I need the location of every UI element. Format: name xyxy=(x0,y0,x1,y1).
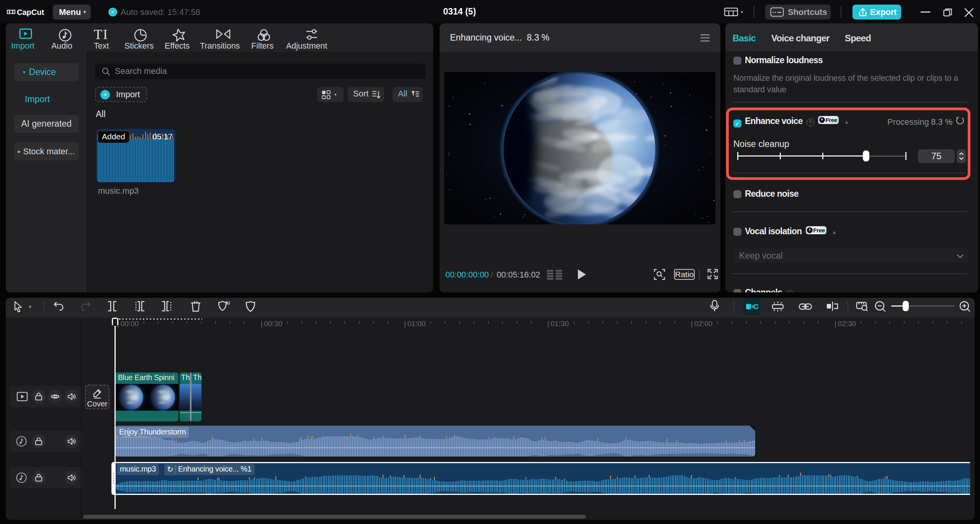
svg-text:AI: AI xyxy=(225,300,230,306)
